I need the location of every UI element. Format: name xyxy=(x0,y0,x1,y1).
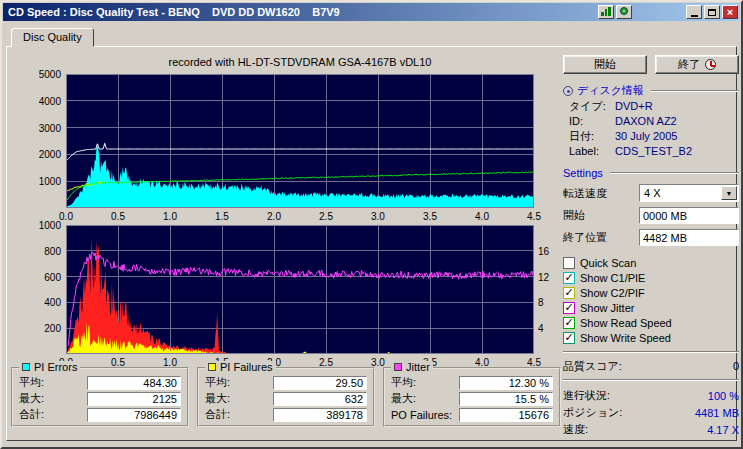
axis-tick-label: 0.0 xyxy=(59,211,73,222)
start-button[interactable]: 開始 xyxy=(563,55,647,74)
maximize-button[interactable] xyxy=(704,5,720,19)
stat-value: 484.30 xyxy=(87,376,181,390)
axis-tick-label: 800 xyxy=(44,245,61,256)
disc-id-row: ID:DAXON AZ2 xyxy=(563,114,739,128)
disc-tool-icon[interactable] xyxy=(616,5,632,19)
axis-tick-label: 600 xyxy=(44,271,61,282)
pi-errors-color-swatch xyxy=(22,363,30,371)
jitter-statbox: Jitter 平均:12.30 % 最大:15.5 % PO Failures:… xyxy=(383,367,561,427)
pi-errors-statbox: PI Errors 平均:484.30 最大:2125 合計:7986449 xyxy=(11,367,189,427)
chart-icon[interactable] xyxy=(598,5,614,19)
axis-tick-label: 1000 xyxy=(39,220,61,231)
top-chart-y-axis: 50004000300020001000 xyxy=(23,74,63,208)
disc-label-row: Label:CDS_TEST_B2 xyxy=(563,144,739,158)
axis-tick-label: 1000 xyxy=(39,176,61,187)
disc-info-header: ディスク情報 xyxy=(563,83,739,98)
axis-tick-label: 4.0 xyxy=(475,211,489,222)
position-row: ポジション:4481 MB xyxy=(563,404,739,421)
pi-failures-statbox: PI Failures 平均:29.50 最大:632 合計:389178 xyxy=(197,367,375,427)
axis-tick-label: 2.0 xyxy=(267,211,281,222)
axis-tick-label: 200 xyxy=(44,323,61,334)
settings-header: Settings xyxy=(563,167,739,179)
maximize-icon xyxy=(708,9,716,16)
axis-tick-label: 3.0 xyxy=(371,211,385,222)
axis-tick-label: 12 xyxy=(538,271,549,282)
exit-button[interactable]: 終了 xyxy=(655,55,739,74)
stat-label: 最大: xyxy=(391,391,416,406)
end-position-row: 終了位置 4482 MB xyxy=(563,229,739,246)
minimize-button[interactable] xyxy=(686,5,702,19)
axis-tick-label: 4 xyxy=(538,323,544,334)
divider xyxy=(563,379,739,381)
display-options: Quick Scan ✓Show C1/PIE ✓Show C2/PIF ✓Sh… xyxy=(563,255,739,345)
titlebar-tools xyxy=(598,5,632,19)
window-controls: × xyxy=(686,5,738,19)
bottom-chart-right-axis: 161284 xyxy=(536,225,562,354)
titlebar[interactable]: CD Speed : Disc Quality Test - BENQ DVD … xyxy=(3,3,740,21)
jitter-title: Jitter xyxy=(406,361,430,373)
stat-label: 平均: xyxy=(19,375,44,390)
start-position-field[interactable]: 0000 MB xyxy=(639,207,739,224)
stat-label: 最大: xyxy=(19,391,44,406)
stat-label: 平均: xyxy=(205,375,230,390)
bottom-chart-plot xyxy=(66,225,534,354)
end-position-field[interactable]: 4482 MB xyxy=(639,229,739,246)
checkbox-show-write-speed[interactable]: ✓Show Write Speed xyxy=(563,330,739,345)
disc-type-row: タイプ:DVD+R xyxy=(563,99,739,113)
axis-tick-label: 16 xyxy=(538,245,549,256)
top-chart-svg xyxy=(66,74,534,208)
position-value: 4481 MB xyxy=(695,407,739,419)
divider xyxy=(563,351,739,353)
transfer-speed-select[interactable]: 4 X ▼ xyxy=(639,184,739,202)
progress-value: 100 % xyxy=(708,390,739,402)
stat-value: 12.30 % xyxy=(459,376,553,390)
axis-tick-label: 4.5 xyxy=(527,211,541,222)
close-button[interactable]: × xyxy=(722,5,738,19)
axis-tick-label: 2000 xyxy=(39,149,61,160)
stat-label: 合計: xyxy=(205,407,230,422)
app-window: CD Speed : Disc Quality Test - BENQ DVD … xyxy=(0,0,743,449)
pi-errors-title: PI Errors xyxy=(34,361,77,373)
axis-tick-label: 5000 xyxy=(39,69,61,80)
stat-label: 平均: xyxy=(391,375,416,390)
checkbox-show-jitter[interactable]: ✓Show Jitter xyxy=(563,300,739,315)
quality-score-row: 品質スコア: 0 xyxy=(563,359,739,373)
axis-tick-label: 400 xyxy=(44,297,61,308)
axis-tick-label: 3000 xyxy=(39,122,61,133)
checkbox-quick-scan[interactable]: Quick Scan xyxy=(563,255,739,270)
pi-failures-title: PI Failures xyxy=(220,361,273,373)
minimize-icon xyxy=(691,15,698,17)
checkbox-show-read-speed[interactable]: ✓Show Read Speed xyxy=(563,315,739,330)
axis-tick-label: 4000 xyxy=(39,95,61,106)
pi-failures-color-swatch xyxy=(208,363,216,371)
stat-value: 2125 xyxy=(87,392,181,406)
stat-value: 15.5 % xyxy=(459,392,553,406)
stat-value: 632 xyxy=(273,392,367,406)
jitter-color-swatch xyxy=(394,363,402,371)
top-chart-x-axis: 0.00.51.01.52.02.53.03.54.04.5 xyxy=(66,211,534,223)
tab-panel: recorded with HL-DT-STDVDRAM GSA-4167B v… xyxy=(6,46,737,441)
tab-disc-quality[interactable]: Disc Quality xyxy=(11,28,94,47)
disc-date-row: 日付:30 July 2005 xyxy=(563,129,739,143)
chevron-down-icon[interactable]: ▼ xyxy=(721,186,737,200)
stat-value: 15676 xyxy=(459,408,553,422)
progress-row: 進行状況:100 % xyxy=(563,387,739,404)
exit-clock-icon xyxy=(705,59,716,70)
transfer-speed-row: 転送速度 4 X ▼ xyxy=(563,184,739,202)
speed-value: 4.17 X xyxy=(707,424,739,436)
close-icon: × xyxy=(727,7,733,17)
speed-row: 速度:4.17 X xyxy=(563,421,739,438)
start-position-row: 開始 0000 MB xyxy=(563,207,739,224)
axis-tick-label: 0.5 xyxy=(111,211,125,222)
stat-label: PO Failures: xyxy=(391,409,452,421)
stat-value: 7986449 xyxy=(87,408,181,422)
chart-header: recorded with HL-DT-STDVDRAM GSA-4167B v… xyxy=(66,56,534,68)
checkbox-show-c2-pif[interactable]: ✓Show C2/PIF xyxy=(563,285,739,300)
checkbox-show-c1-pie[interactable]: ✓Show C1/PIE xyxy=(563,270,739,285)
stat-value: 29.50 xyxy=(273,376,367,390)
quality-score-value: 0 xyxy=(733,360,739,372)
axis-tick-label: 1.5 xyxy=(215,211,229,222)
axis-tick-label: 8 xyxy=(538,297,544,308)
bottom-chart-y-axis: 1000800600400200 xyxy=(23,225,63,354)
stat-value: 389178 xyxy=(273,408,367,422)
